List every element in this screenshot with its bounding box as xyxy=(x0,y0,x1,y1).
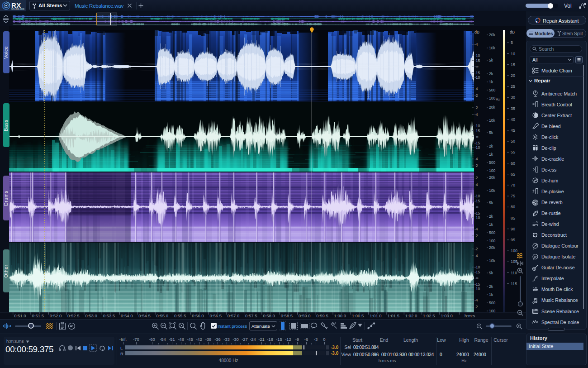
svg-text:-21: -21 xyxy=(258,337,265,342)
svg-text:-24: -24 xyxy=(250,337,256,342)
svg-text:-15: -15 xyxy=(276,337,282,342)
svg-text:-48: -48 xyxy=(178,337,184,342)
svg-text:90: 90 xyxy=(511,227,515,231)
svg-text:20: 20 xyxy=(511,73,515,78)
svg-text:70: 70 xyxy=(511,183,515,187)
svg-text:115: 115 xyxy=(511,282,517,286)
svg-text:-54: -54 xyxy=(160,337,166,342)
svg-text:dB: dB xyxy=(510,30,515,34)
svg-text:110: 110 xyxy=(511,271,517,275)
svg-text:-42: -42 xyxy=(196,337,202,342)
svg-text:35: 35 xyxy=(511,106,515,111)
svg-text:5: 5 xyxy=(511,40,513,45)
svg-text:-60: -60 xyxy=(149,337,155,342)
svg-text:80: 80 xyxy=(511,205,515,209)
svg-text:-45: -45 xyxy=(187,337,193,342)
svg-text:60: 60 xyxy=(511,161,515,166)
svg-text:-30: -30 xyxy=(232,337,239,342)
svg-text:50: 50 xyxy=(511,139,515,143)
svg-text:0: 0 xyxy=(323,337,325,342)
svg-text:15: 15 xyxy=(511,62,515,67)
svg-text:-33: -33 xyxy=(223,337,230,342)
svg-text:25: 25 xyxy=(511,84,515,89)
svg-text:40: 40 xyxy=(511,117,515,122)
svg-text:65: 65 xyxy=(511,172,515,177)
svg-text:-3: -3 xyxy=(314,337,318,342)
svg-text:-51: -51 xyxy=(169,337,175,342)
svg-text:-36: -36 xyxy=(214,337,221,342)
svg-text:-6: -6 xyxy=(304,337,308,342)
svg-text:-9: -9 xyxy=(295,337,299,342)
svg-text:-70: -70 xyxy=(133,337,139,342)
svg-text:95: 95 xyxy=(511,238,515,242)
svg-text:-18: -18 xyxy=(267,337,273,342)
svg-text:85: 85 xyxy=(511,216,515,220)
svg-text:45: 45 xyxy=(511,128,515,133)
svg-text:-12: -12 xyxy=(285,337,291,342)
svg-text:-Inf.: -Inf. xyxy=(119,337,127,342)
svg-text:-39: -39 xyxy=(205,337,212,342)
svg-text:30: 30 xyxy=(511,95,515,100)
svg-text:-27: -27 xyxy=(242,337,248,342)
svg-text:75: 75 xyxy=(511,194,515,198)
svg-text:55: 55 xyxy=(511,150,515,154)
svg-text:10: 10 xyxy=(511,52,515,56)
